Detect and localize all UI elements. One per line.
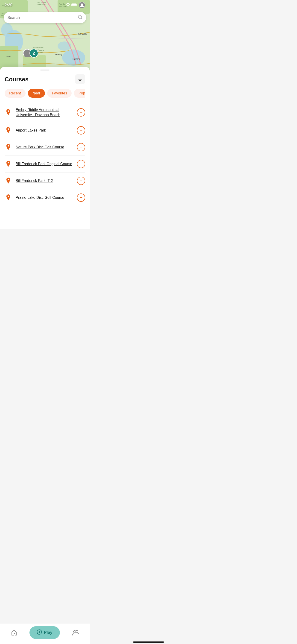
- svg-text:DeBary: DeBary: [55, 54, 62, 56]
- search-icon: [78, 15, 82, 20]
- location-icon: [4, 194, 12, 201]
- svg-point-32: [26, 51, 29, 54]
- course-name[interactable]: Embry-Riddle Aeronautical University - D…: [16, 107, 73, 118]
- location-icon: [4, 127, 12, 134]
- status-icons: [66, 2, 85, 8]
- filter-pills: Recent Near Favorites Popular: [4, 89, 85, 98]
- course-item: Embry-Riddle Aeronautical University - D…: [4, 103, 85, 122]
- svg-rect-27: [72, 4, 76, 6]
- svg-point-29: [81, 4, 83, 5]
- add-course-button[interactable]: +: [77, 108, 85, 116]
- filter-pill-favorites[interactable]: Favorites: [47, 89, 72, 98]
- filter-pill-near[interactable]: Near: [28, 89, 45, 98]
- add-course-button[interactable]: +: [77, 143, 85, 151]
- course-name[interactable]: Airport Lakes Park: [16, 128, 73, 133]
- search-bar[interactable]: [4, 12, 86, 23]
- courses-title: Courses: [4, 76, 28, 83]
- svg-text:DeLand: DeLand: [78, 32, 87, 35]
- location-icon: [4, 177, 12, 184]
- filter-pill-popular[interactable]: Popular: [74, 89, 85, 98]
- svg-point-2: [1, 23, 13, 37]
- location-icon: [4, 160, 12, 168]
- drag-handle[interactable]: [40, 70, 50, 70]
- svg-text:Eustis: Eustis: [6, 55, 12, 58]
- course-item: Nature Park Disc Golf Course +: [4, 139, 85, 156]
- course-list: Embry-Riddle Aeronautical University - D…: [4, 103, 85, 206]
- location-icon: [4, 144, 12, 151]
- avatar: [79, 2, 85, 8]
- courses-header: Courses: [4, 74, 85, 84]
- status-time: 2:20: [4, 3, 12, 7]
- battery-icon: [71, 3, 77, 7]
- svg-text:Lower Wekiva: Lower Wekiva: [34, 47, 44, 48]
- course-item: Airport Lakes Park +: [4, 122, 85, 139]
- cluster-badge[interactable]: 2: [30, 49, 38, 58]
- course-name[interactable]: Nature Park Disc Golf Course: [16, 145, 73, 150]
- course-item: Prairie Lake Disc Golf Course +: [4, 189, 85, 206]
- svg-text:Deltona: Deltona: [72, 58, 80, 60]
- svg-rect-28: [77, 4, 77, 5]
- course-item: Bill Frederick Park Original Course +: [4, 156, 85, 172]
- course-name[interactable]: Bill Frederick Park Original Course: [16, 162, 73, 166]
- status-bar: 2:20: [0, 0, 90, 10]
- search-bar-container: [4, 12, 86, 23]
- add-course-button[interactable]: +: [77, 194, 85, 202]
- map-view[interactable]: Forest Tiger-Bay State Forest Seminole S…: [0, 0, 90, 72]
- map-cluster[interactable]: 2: [23, 49, 38, 58]
- add-course-button[interactable]: +: [77, 160, 85, 168]
- course-name[interactable]: Bill Frederick Park: T-2: [16, 178, 73, 183]
- add-course-button[interactable]: +: [77, 177, 85, 185]
- svg-line-31: [81, 18, 82, 19]
- course-item: Bill Frederick Park: T-2 +: [4, 172, 85, 189]
- add-course-button[interactable]: +: [77, 126, 85, 134]
- search-input[interactable]: [7, 16, 78, 20]
- location-icon: [4, 109, 12, 116]
- wifi-icon: [66, 3, 70, 7]
- filter-button[interactable]: [75, 74, 85, 84]
- course-name[interactable]: Prairie Lake Disc Golf Course: [16, 195, 73, 200]
- filter-pill-recent[interactable]: Recent: [4, 89, 26, 98]
- bottom-sheet: Courses Recent Near Favorites Popular Em…: [0, 67, 90, 229]
